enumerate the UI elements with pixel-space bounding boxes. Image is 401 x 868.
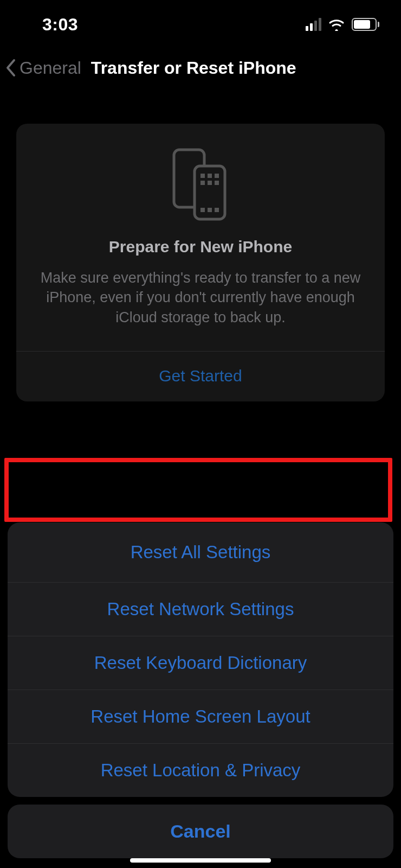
back-chevron-icon[interactable] — [4, 57, 17, 79]
reset-action-sheet: Reset All Settings Reset Network Setting… — [8, 522, 393, 858]
prepare-card: Prepare for New iPhone Make sure everyth… — [16, 124, 385, 401]
status-indicators — [306, 18, 379, 31]
svg-rect-4 — [215, 174, 219, 178]
transfer-phones-icon — [33, 146, 368, 222]
battery-icon — [352, 18, 379, 31]
home-indicator[interactable] — [130, 858, 271, 863]
reset-options-group: Reset All Settings Reset Network Setting… — [8, 522, 393, 797]
svg-rect-9 — [208, 208, 212, 212]
status-time: 3:03 — [42, 15, 78, 35]
prepare-card-description: Make sure everything's ready to transfer… — [33, 268, 368, 327]
reset-home-screen-layout-button[interactable]: Reset Home Screen Layout — [8, 690, 393, 743]
status-bar: 3:03 — [0, 0, 401, 49]
svg-rect-8 — [200, 208, 205, 212]
svg-rect-6 — [208, 181, 212, 185]
cancel-button[interactable]: Cancel — [8, 805, 393, 858]
get-started-button[interactable]: Get Started — [33, 352, 368, 401]
prepare-card-title: Prepare for New iPhone — [33, 238, 368, 256]
svg-rect-7 — [215, 181, 219, 185]
svg-rect-10 — [215, 208, 219, 212]
svg-rect-5 — [200, 181, 205, 185]
wifi-icon — [328, 18, 345, 31]
annotation-highlight — [4, 458, 392, 522]
svg-rect-2 — [200, 174, 205, 178]
reset-all-settings-button[interactable]: Reset All Settings — [8, 522, 393, 582]
nav-bar: General Transfer or Reset iPhone — [0, 49, 401, 87]
reset-keyboard-dictionary-button[interactable]: Reset Keyboard Dictionary — [8, 636, 393, 690]
svg-rect-3 — [208, 174, 212, 178]
reset-network-settings-button[interactable]: Reset Network Settings — [8, 582, 393, 636]
cellular-icon — [306, 18, 321, 31]
page-title: Transfer or Reset iPhone — [91, 58, 296, 78]
reset-location-privacy-button[interactable]: Reset Location & Privacy — [8, 743, 393, 797]
back-button-label[interactable]: General — [20, 58, 81, 78]
